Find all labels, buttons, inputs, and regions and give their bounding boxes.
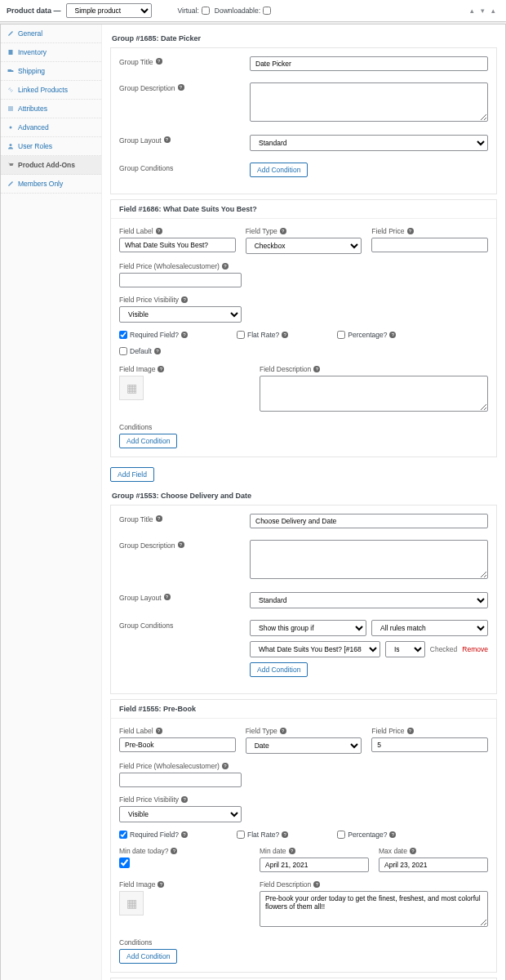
- group-layout-select[interactable]: Standard: [250, 592, 488, 608]
- help-icon[interactable]: ?: [164, 136, 171, 143]
- svg-point-1: [10, 127, 12, 129]
- help-icon[interactable]: ?: [222, 263, 229, 270]
- help-icon: ?: [181, 831, 188, 838]
- flat-rate-checkbox[interactable]: Flat Rate??: [237, 831, 288, 839]
- max-date-input[interactable]: [379, 858, 488, 872]
- group-title-input[interactable]: [250, 56, 488, 71]
- add-condition-button[interactable]: Add Condition: [119, 949, 177, 964]
- virtual-toggle[interactable]: Virtual:: [178, 7, 210, 15]
- tab-inventory[interactable]: Inventory: [1, 43, 101, 62]
- price-visibility-select[interactable]: Visible: [119, 306, 242, 323]
- field-label-input[interactable]: [119, 737, 236, 752]
- add-field-button[interactable]: Add Field: [110, 467, 154, 482]
- required-field-checkbox[interactable]: Required Field??: [119, 331, 188, 339]
- tab-attributes[interactable]: Attributes: [1, 100, 101, 118]
- pencil-icon: [7, 180, 14, 187]
- condition-field-select[interactable]: What Date Suits You Best? [#168: [250, 641, 380, 657]
- tab-linked[interactable]: Linked Products: [1, 81, 101, 100]
- help-icon[interactable]: ?: [171, 848, 177, 854]
- product-type-select[interactable]: Simple product: [66, 3, 152, 18]
- help-icon[interactable]: ?: [156, 728, 162, 734]
- field-label-input[interactable]: [119, 238, 236, 252]
- group-conditions-label: Group Conditions: [119, 164, 173, 172]
- help-icon[interactable]: ?: [156, 228, 162, 234]
- help-icon[interactable]: ?: [158, 366, 164, 372]
- condition-value-label: Checked: [430, 645, 458, 653]
- field-image-upload[interactable]: ▦: [119, 376, 144, 400]
- help-icon: ?: [154, 348, 161, 354]
- help-icon[interactable]: ?: [158, 881, 164, 888]
- field-1555-header[interactable]: Field #1555: Pre-Book: [111, 700, 496, 719]
- help-icon[interactable]: ?: [222, 763, 229, 769]
- tab-product-addons[interactable]: Product Add-Ons: [1, 156, 101, 175]
- group-1553-header[interactable]: Group #1553: Choose Delivery and Date: [110, 487, 497, 505]
- percentage-checkbox[interactable]: Percentage??: [337, 331, 396, 339]
- add-condition-button[interactable]: Add Condition: [250, 163, 308, 177]
- condition-match-select[interactable]: All rules match: [371, 620, 488, 636]
- field-1686-panel: Field #1686: What Date Suits You Best? F…: [110, 199, 497, 457]
- product-data-tabs: General Inventory Shipping Linked Produc…: [1, 24, 102, 980]
- percentage-checkbox[interactable]: Percentage??: [337, 831, 396, 839]
- help-icon[interactable]: ?: [178, 541, 184, 548]
- help-icon[interactable]: ?: [289, 848, 295, 854]
- group-1685-header[interactable]: Group #1685: Date Picker: [110, 29, 497, 47]
- condition-op-select[interactable]: Is: [385, 641, 425, 657]
- clipboard-icon: [7, 49, 14, 56]
- group-layout-select[interactable]: Standard: [250, 135, 488, 151]
- tab-members-only[interactable]: Members Only: [1, 175, 101, 194]
- help-icon[interactable]: ?: [164, 594, 171, 600]
- tab-shipping[interactable]: Shipping: [1, 62, 101, 81]
- field-price-input[interactable]: [371, 238, 488, 252]
- gear-icon: [7, 124, 14, 131]
- tab-general[interactable]: General: [1, 24, 101, 43]
- field-image-upload[interactable]: ▦: [119, 891, 144, 915]
- help-icon[interactable]: ?: [280, 728, 286, 734]
- group-desc-textarea[interactable]: [250, 540, 488, 579]
- tab-user-roles[interactable]: User Roles: [1, 137, 101, 156]
- group-1685-body: Group Title? Group Description? Group La…: [110, 47, 497, 194]
- toggle-panel-icon[interactable]: ▴: [491, 7, 499, 15]
- field-description-textarea[interactable]: [260, 891, 488, 927]
- field-type-select[interactable]: Date: [246, 737, 362, 754]
- condition-show-select[interactable]: Show this group if: [250, 620, 366, 636]
- help-icon[interactable]: ?: [178, 84, 184, 91]
- add-condition-button[interactable]: Add Condition: [119, 434, 177, 448]
- field-1686-header[interactable]: Field #1686: What Date Suits You Best?: [111, 200, 496, 219]
- required-field-checkbox[interactable]: Required Field??: [119, 831, 188, 839]
- group-desc-textarea[interactable]: [250, 82, 488, 122]
- field-1555-panel: Field #1555: Pre-Book Field Label? Field…: [110, 699, 497, 973]
- wholesale-price-input[interactable]: [119, 273, 242, 287]
- pencil-icon: [7, 30, 14, 37]
- wholesale-price-input[interactable]: [119, 773, 242, 787]
- tab-advanced[interactable]: Advanced: [1, 118, 101, 137]
- product-data-label: Product data —: [7, 7, 61, 15]
- help-icon[interactable]: ?: [407, 728, 414, 734]
- collapse-up-icon[interactable]: ▴: [470, 7, 478, 15]
- field-description-textarea[interactable]: [260, 376, 488, 412]
- user-icon: [7, 143, 14, 149]
- help-icon[interactable]: ?: [280, 228, 286, 234]
- field-price-input[interactable]: [371, 737, 488, 752]
- help-icon[interactable]: ?: [181, 296, 188, 303]
- product-addons-panel: Group #1685: Date Picker Group Title? Gr…: [102, 24, 505, 980]
- flat-rate-checkbox[interactable]: Flat Rate??: [237, 331, 288, 339]
- price-visibility-select[interactable]: Visible: [119, 806, 242, 822]
- add-condition-button[interactable]: Add Condition: [250, 662, 308, 677]
- group-title-label: Group Title: [119, 58, 153, 66]
- downloadable-toggle[interactable]: Downloadable:: [215, 7, 271, 15]
- min-date-input[interactable]: [260, 858, 369, 872]
- help-icon[interactable]: ?: [156, 515, 162, 522]
- group-title-input[interactable]: [250, 514, 488, 528]
- default-checkbox[interactable]: Default?: [119, 347, 488, 355]
- help-icon[interactable]: ?: [156, 58, 162, 65]
- product-data-header: Product data — Simple product Virtual: D…: [0, 0, 506, 22]
- min-date-today-checkbox[interactable]: [119, 858, 130, 868]
- remove-condition-link[interactable]: Remove: [462, 645, 488, 653]
- collapse-down-icon[interactable]: ▾: [481, 7, 489, 15]
- help-icon[interactable]: ?: [313, 366, 320, 372]
- help-icon[interactable]: ?: [181, 796, 188, 803]
- field-type-select[interactable]: Checkbox: [246, 238, 362, 254]
- help-icon[interactable]: ?: [410, 848, 416, 854]
- help-icon[interactable]: ?: [313, 881, 320, 888]
- help-icon[interactable]: ?: [407, 228, 414, 234]
